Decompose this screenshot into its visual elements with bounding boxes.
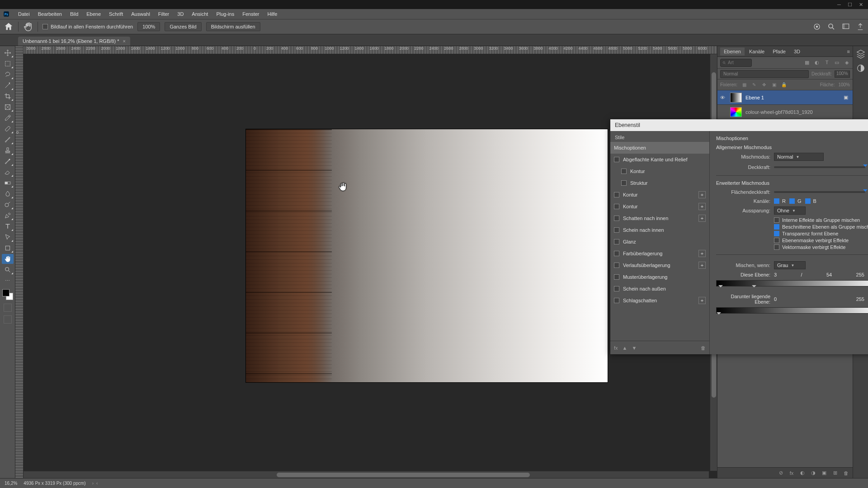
filter-adjust-icon[interactable]: ◐ [814, 60, 820, 66]
lock-artboard-icon[interactable]: ▣ [771, 82, 777, 87]
frame-tool[interactable] [2, 102, 14, 112]
fill-opacity-slider[interactable] [774, 191, 865, 193]
brush-tool[interactable] [2, 135, 14, 145]
checkbox-icon[interactable] [614, 274, 619, 280]
layer-fx-icon[interactable]: fx [788, 470, 795, 476]
layer-name[interactable]: colour-wheel-gbf78d013_1920 [745, 109, 850, 115]
share-icon[interactable] [856, 23, 864, 31]
tab-pfade[interactable]: Pfade [769, 47, 789, 56]
checkbox-icon[interactable] [621, 169, 627, 174]
style-row[interactable]: Glanz [610, 236, 709, 248]
tab-3d[interactable]: 3D [790, 47, 804, 56]
style-row[interactable]: Schein nach innen [610, 224, 709, 236]
tab-ebenen[interactable]: Ebenen [720, 47, 745, 56]
gradient-tool[interactable] [2, 178, 14, 188]
trash-icon[interactable]: 🗑 [701, 345, 706, 351]
hand-tool[interactable] [2, 254, 14, 264]
home-icon[interactable] [4, 22, 14, 32]
tab-kanaele[interactable]: Kanäle [745, 47, 768, 56]
checkbox-icon[interactable] [614, 263, 619, 268]
menu-filter[interactable]: Filter [155, 10, 173, 18]
style-row[interactable]: Struktur [610, 177, 709, 189]
layers-dock-icon[interactable] [856, 49, 866, 59]
add-effect-icon[interactable]: + [698, 191, 706, 198]
menu-fenster[interactable]: Fenster [239, 10, 263, 18]
crop-tool[interactable] [2, 91, 14, 101]
move-down-icon[interactable]: ▼ [632, 345, 637, 351]
opacity-value[interactable]: 100% [835, 70, 850, 78]
adjustment-layer-icon[interactable]: ◑ [810, 470, 816, 476]
eyedropper-tool[interactable] [2, 113, 14, 123]
menu-ebene[interactable]: Ebene [83, 10, 104, 18]
type-tool[interactable] [2, 221, 14, 231]
screenmode-button[interactable] [4, 315, 12, 324]
menu-hilfe[interactable]: Hilfe [264, 10, 281, 18]
advanced-option-checkbox[interactable]: Vektormaske verbirgt Effekte [774, 244, 868, 250]
shape-tool[interactable] [2, 243, 14, 253]
search-icon[interactable] [827, 23, 835, 31]
edit-toolbar-button[interactable]: ⋯ [2, 276, 14, 286]
style-row[interactable]: Schein nach außen [610, 283, 709, 295]
blendif-select[interactable]: Grau ▼ [774, 261, 806, 269]
layer-row[interactable]: 👁 Ebene 1 ▣ [717, 90, 853, 105]
eraser-tool[interactable] [2, 167, 14, 177]
checkbox-icon[interactable] [614, 204, 619, 209]
lock-paint-icon[interactable]: ✎ [751, 82, 757, 87]
layer-name[interactable]: Ebene 1 [745, 95, 840, 100]
checkbox-icon[interactable] [614, 227, 619, 233]
menu-plugins[interactable]: Plug-ins [212, 10, 238, 18]
wand-tool[interactable] [2, 80, 14, 90]
chevron-left-icon[interactable]: ‹ [96, 481, 98, 486]
add-effect-icon[interactable]: + [698, 215, 706, 222]
document-tab[interactable]: Unbenannt-1 bei 16,2% (Ebene 1, RGB/8) *… [18, 37, 130, 46]
workspace-icon[interactable] [842, 23, 850, 31]
fit-screen-button[interactable]: Ganzes Bild [165, 22, 201, 31]
channel-b-checkbox[interactable]: B [805, 198, 816, 204]
new-layer-icon[interactable]: ⊞ [832, 470, 838, 476]
filter-type-icon[interactable]: T [824, 60, 830, 66]
visibility-icon[interactable]: 👁 [720, 95, 726, 100]
checkbox-icon[interactable] [614, 251, 619, 256]
zoom-100-button[interactable]: 100% [137, 22, 160, 31]
lock-all-icon[interactable]: 🔒 [781, 82, 787, 87]
lock-position-icon[interactable]: ✥ [761, 82, 767, 87]
style-row[interactable]: Kontur+ [610, 189, 709, 201]
advanced-option-checkbox[interactable]: Ebenenmaske verbirgt Effekte [774, 238, 868, 243]
checkbox-icon[interactable] [621, 180, 627, 186]
window-close-button[interactable]: ✕ [856, 1, 865, 8]
delete-layer-icon[interactable]: 🗑 [843, 470, 849, 476]
layer-search[interactable] [720, 59, 752, 67]
style-row[interactable]: Abgeflachte Kante und Relief [610, 154, 709, 165]
filter-pixel-icon[interactable]: ▦ [804, 60, 810, 66]
style-row[interactable]: Farbüberlagerung+ [610, 248, 709, 259]
add-effect-icon[interactable]: + [698, 250, 706, 257]
checkbox-icon[interactable] [614, 298, 619, 303]
scrollbar-thumb[interactable] [277, 473, 530, 477]
layer-thumbnail[interactable] [730, 93, 742, 103]
fill-value[interactable]: 100% [838, 82, 850, 87]
style-row[interactable]: Schatten nach innen+ [610, 212, 709, 224]
filter-shape-icon[interactable]: ▭ [834, 60, 840, 66]
foreground-color-swatch[interactable] [2, 289, 9, 296]
window-minimize-button[interactable]: ─ [835, 1, 844, 8]
path-select-tool[interactable] [2, 232, 14, 242]
move-up-icon[interactable]: ▲ [623, 345, 627, 351]
dodge-tool[interactable] [2, 200, 14, 210]
checkbox-icon[interactable] [614, 192, 619, 197]
close-icon[interactable]: × [123, 38, 125, 44]
opacity-slider[interactable] [774, 166, 865, 168]
panel-menu-icon[interactable]: ≡ [847, 49, 850, 54]
add-effect-icon[interactable]: + [698, 203, 706, 210]
zoom-tool[interactable] [2, 265, 14, 275]
quickmask-button[interactable] [4, 304, 12, 312]
layer-row[interactable]: colour-wheel-gbf78d013_1920 [717, 105, 853, 119]
channel-r-checkbox[interactable]: R [774, 198, 786, 204]
filter-smart-icon[interactable]: ◈ [844, 60, 850, 66]
advanced-option-checkbox[interactable]: Beschnittene Ebenen als Gruppe mischen [774, 224, 868, 230]
layer-mask-icon[interactable]: ◐ [799, 470, 806, 476]
checkbox-icon[interactable] [614, 216, 619, 221]
move-tool[interactable] [2, 48, 14, 58]
style-row[interactable]: Musterüberlagerung [610, 271, 709, 283]
menu-schrift[interactable]: Schrift [105, 10, 127, 18]
this-layer-gradient[interactable] [716, 280, 868, 286]
